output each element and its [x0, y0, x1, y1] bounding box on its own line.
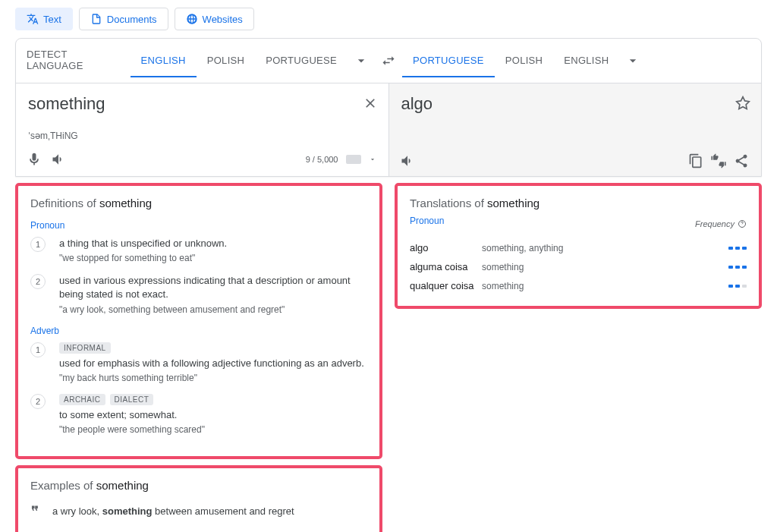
translate-icon: [27, 13, 39, 25]
swap-languages-button[interactable]: [375, 47, 402, 74]
language-bar: DETECT LANGUAGE ENGLISH POLISH PORTUGUES…: [16, 39, 761, 83]
translation-row[interactable]: alguma coisasomething: [410, 257, 747, 276]
lang-portuguese-tgt[interactable]: PORTUGUESE: [402, 45, 495, 77]
quote-icon: ❞: [30, 502, 39, 521]
translation-word: qualquer coisa: [410, 280, 482, 291]
source-pane: something ˈsəmˌTHiNG 9 / 5,000: [16, 83, 389, 176]
dropdown-icon[interactable]: [369, 156, 376, 163]
source-phonetic: ˈsəmˌTHiNG: [16, 127, 388, 147]
definition-number: 1: [30, 237, 46, 252]
translation-synonyms: something, anything: [482, 243, 728, 253]
translation-row[interactable]: qualquer coisasomething: [410, 276, 747, 295]
translation-synonyms: something: [482, 262, 728, 272]
definition-row: 2used in various expressions indicating …: [30, 274, 367, 314]
definitions-title: Definitions of something: [30, 197, 367, 209]
tab-text[interactable]: Text: [15, 8, 73, 30]
translate-container: DETECT LANGUAGE ENGLISH POLISH PORTUGUES…: [15, 38, 762, 177]
trans-pos: Pronoun: [410, 216, 444, 226]
definition-number: 2: [30, 274, 46, 289]
tab-documents-label: Documents: [107, 14, 157, 25]
translations-title: Translations of something: [410, 197, 747, 209]
translation-word: alguma coisa: [410, 261, 482, 272]
copy-icon: [688, 153, 703, 168]
chevron-down-icon: [354, 53, 369, 68]
thumbs-icon: [711, 153, 726, 168]
help-icon[interactable]: [738, 219, 747, 228]
translation-synonyms: something: [482, 281, 728, 291]
pos-label: Adverb: [30, 326, 367, 336]
mic-button[interactable]: [27, 152, 42, 167]
target-text: algo: [389, 83, 762, 124]
lang-detect[interactable]: DETECT LANGUAGE: [16, 39, 131, 83]
definition-tag: INFORMAL: [59, 342, 111, 354]
listen-source-button[interactable]: [51, 152, 66, 167]
examples-panel: Examples of something ❞ a wry look, some…: [15, 465, 382, 532]
frequency-bars: [728, 285, 747, 288]
share-button[interactable]: [734, 153, 749, 168]
definition-number: 2: [30, 394, 46, 409]
target-lang-side: PORTUGUESE POLISH ENGLISH: [402, 45, 761, 77]
tab-text-label: Text: [43, 14, 61, 25]
clear-button[interactable]: [363, 96, 378, 114]
tab-websites-label: Websites: [203, 14, 243, 25]
listen-target-button[interactable]: [400, 153, 415, 168]
char-count: 9 / 5,000: [306, 155, 338, 164]
feedback-button[interactable]: [711, 153, 726, 168]
definition-text: used in various expressions indicating t…: [59, 274, 367, 301]
definition-row: 1INFORMALused for emphasis with a follow…: [30, 342, 367, 383]
lang-english[interactable]: ENGLISH: [131, 45, 197, 77]
document-icon: [90, 13, 102, 25]
lang-portuguese-src[interactable]: PORTUGUESE: [255, 45, 348, 77]
tab-websites[interactable]: Websites: [175, 8, 254, 30]
definition-text: a thing that is unspecified or unknown.: [59, 237, 367, 250]
lang-english-tgt[interactable]: ENGLISH: [553, 45, 619, 77]
translation-row[interactable]: algosomething, anything: [410, 238, 747, 257]
definition-tag: DIALECT: [110, 394, 154, 405]
definition-example: "the people were something scared": [59, 424, 367, 435]
source-text[interactable]: something: [16, 83, 388, 127]
frequency-bars: [728, 266, 747, 269]
lang-polish[interactable]: POLISH: [197, 45, 255, 77]
translation-word: algo: [410, 242, 482, 253]
speaker-icon: [51, 152, 66, 167]
save-button[interactable]: [735, 96, 750, 114]
speaker-icon: [400, 153, 415, 168]
chevron-down-icon: [625, 53, 640, 68]
target-pane: algo: [389, 83, 762, 176]
definition-row: 1a thing that is unspecified or unknown.…: [30, 237, 367, 263]
globe-icon: [186, 13, 198, 25]
example-text: a wry look, something between amusement …: [52, 505, 294, 517]
mic-icon: [27, 152, 42, 167]
translations-panel: Translations of something Pronoun Freque…: [395, 183, 762, 309]
frequency-bars: [728, 247, 747, 250]
source-lang-side: DETECT LANGUAGE ENGLISH POLISH PORTUGUES…: [16, 39, 375, 83]
keyboard-button[interactable]: [346, 155, 361, 164]
close-icon: [363, 96, 378, 111]
target-lang-more[interactable]: [619, 47, 646, 74]
swap-icon: [381, 53, 396, 68]
definition-row: 2ARCHAICDIALECTto some extent; somewhat.…: [30, 394, 367, 435]
lang-polish-tgt[interactable]: POLISH: [495, 45, 553, 77]
definition-number: 1: [30, 342, 46, 357]
definitions-panel: Definitions of something Pronoun1a thing…: [15, 183, 382, 459]
definition-text: to some extent; somewhat.: [59, 408, 367, 422]
frequency-label: Frequency: [695, 219, 747, 228]
star-icon: [735, 96, 750, 111]
definition-example: "we stopped for something to eat": [59, 253, 367, 263]
examples-title: Examples of something: [30, 479, 367, 492]
definition-tag: ARCHAIC: [59, 394, 105, 405]
definition-text: used for emphasis with a following adjec…: [59, 357, 367, 370]
pos-label: Pronoun: [30, 220, 367, 231]
share-icon: [734, 153, 749, 168]
definition-example: "my back hurts something terrible": [59, 373, 367, 383]
definition-example: "a wry look, something between amusement…: [59, 304, 367, 315]
tab-documents[interactable]: Documents: [79, 8, 168, 30]
copy-button[interactable]: [688, 153, 703, 168]
source-lang-more[interactable]: [348, 47, 375, 74]
